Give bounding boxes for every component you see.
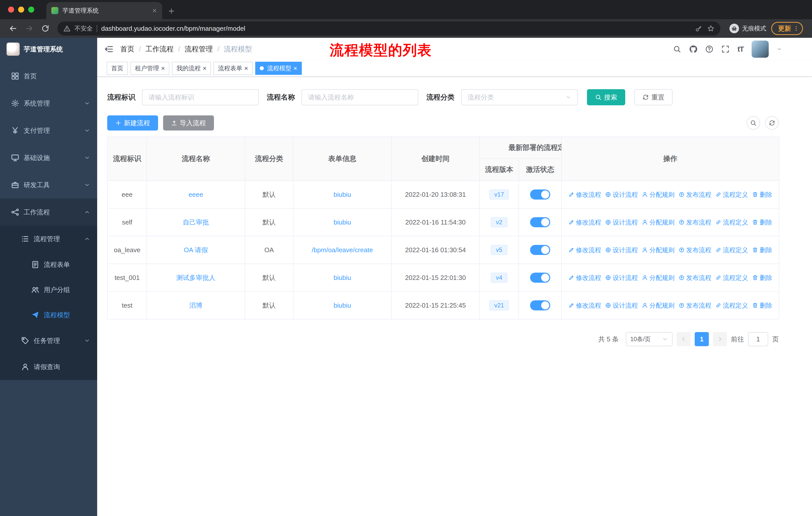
reload-icon[interactable] [41,24,49,32]
sidebar-item-home[interactable]: 首页 [0,62,97,90]
action-edit-link[interactable]: 修改流程 [568,301,601,310]
process-name-link[interactable]: OA 请假 [184,246,208,254]
sidebar-item-devtools[interactable]: 研发工具 [0,171,97,198]
sidebar-item-infra[interactable]: 基础设施 [0,144,97,171]
action-assign-rule-link[interactable]: 分配规则 [642,274,674,282]
action-design-link[interactable]: 设计流程 [605,246,638,254]
sidebar-item-user-group[interactable]: 用户分组 [0,277,97,302]
page-size-select[interactable]: 10条/页 [626,332,672,346]
action-edit-link[interactable]: 修改流程 [568,218,601,226]
tag-process-form[interactable]: 流程表单 × [213,62,253,75]
version-badge[interactable]: v5 [491,245,507,255]
process-name-link[interactable]: 测试多审批人 [176,274,215,281]
active-toggle[interactable] [530,273,550,283]
help-icon[interactable] [705,45,713,53]
action-definition-link[interactable]: 流程定义 [715,301,748,310]
action-edit-link[interactable]: 修改流程 [568,246,601,254]
toggle-search-button[interactable] [747,116,760,130]
password-key-icon[interactable] [695,25,702,32]
action-definition-link[interactable]: 流程定义 [715,246,748,254]
fullscreen-icon[interactable] [721,45,729,53]
tag-home[interactable]: 首页 [107,62,128,75]
refresh-table-button[interactable] [765,116,779,130]
prev-page-button[interactable] [676,332,691,346]
action-delete-link[interactable]: 删除 [752,218,772,226]
action-publish-link[interactable]: 发布流程 [678,274,711,282]
window-close-button[interactable] [8,6,14,12]
action-assign-rule-link[interactable]: 分配规则 [642,190,674,199]
action-publish-link[interactable]: 发布流程 [678,190,711,199]
form-link[interactable]: biubiu [334,191,351,198]
filter-id-input[interactable] [142,89,259,105]
action-design-link[interactable]: 设计流程 [605,190,638,199]
action-assign-rule-link[interactable]: 分配规则 [642,246,674,254]
security-warning-icon[interactable] [63,25,70,32]
version-badge[interactable]: v2 [491,217,507,227]
action-edit-link[interactable]: 修改流程 [568,190,601,199]
filter-category-select[interactable]: 流程分类 [461,89,578,105]
sidebar-item-task-mgmt[interactable]: 任务管理 [0,328,97,354]
action-delete-link[interactable]: 删除 [752,246,772,254]
browser-menu-icon[interactable] [793,25,799,31]
tag-close-icon[interactable]: × [203,65,206,72]
action-assign-rule-link[interactable]: 分配规则 [642,218,674,226]
forward-icon[interactable] [25,24,33,32]
back-icon[interactable] [9,24,17,32]
action-definition-link[interactable]: 流程定义 [715,190,748,199]
form-link[interactable]: biubiu [334,218,351,226]
active-toggle[interactable] [530,217,550,227]
search-icon[interactable] [673,45,681,53]
new-tab-button[interactable] [168,6,175,15]
update-button[interactable]: 更新 [771,22,803,35]
action-definition-link[interactable]: 流程定义 [715,218,748,226]
breadcrumb-workflow[interactable]: 工作流程 [145,44,174,54]
version-badge[interactable]: v21 [489,300,509,310]
sidebar-item-process-mgmt[interactable]: 流程管理 [0,226,97,252]
goto-page-input[interactable] [748,332,768,346]
active-toggle[interactable] [530,189,550,199]
sidebar-item-payment[interactable]: 支付管理 [0,117,97,144]
window-zoom-button[interactable] [28,6,34,12]
page-number-button[interactable]: 1 [695,332,709,346]
sidebar-item-workflow[interactable]: 工作流程 [0,198,97,226]
action-publish-link[interactable]: 发布流程 [678,301,711,310]
sidebar-item-process-model[interactable]: 流程模型 [0,302,97,328]
next-page-button[interactable] [713,332,727,346]
version-badge[interactable]: v17 [489,189,509,199]
process-name-link[interactable]: 滔博 [189,302,202,309]
action-assign-rule-link[interactable]: 分配规则 [642,301,674,310]
create-process-button[interactable]: 新建流程 [107,115,158,131]
avatar-caret-icon[interactable] [777,47,782,52]
font-size-icon[interactable]: tT [737,45,744,53]
breadcrumb-home[interactable]: 首页 [120,44,135,54]
tag-process-model[interactable]: 流程模型 × [255,62,302,75]
process-name-link[interactable]: 自己审批 [183,218,209,226]
sidebar-logo[interactable]: 芋道管理系统 [0,38,97,60]
window-minimize-button[interactable] [18,6,24,12]
process-name-link[interactable]: eeee [188,191,203,198]
form-link[interactable]: biubiu [334,302,351,309]
filter-name-input[interactable] [301,89,418,105]
action-publish-link[interactable]: 发布流程 [678,246,711,254]
tag-my-process[interactable]: 我的流程 × [172,62,211,75]
sidebar-item-system[interactable]: 系统管理 [0,90,97,117]
action-publish-link[interactable]: 发布流程 [678,218,711,226]
reset-button[interactable]: 重置 [634,89,672,105]
bookmark-star-icon[interactable] [707,25,714,32]
action-edit-link[interactable]: 修改流程 [568,274,601,282]
action-delete-link[interactable]: 删除 [752,301,772,310]
tag-tenant-mgmt[interactable]: 租户管理 × [130,62,169,75]
tag-close-icon[interactable]: × [244,65,248,72]
action-delete-link[interactable]: 删除 [752,274,772,282]
action-delete-link[interactable]: 删除 [752,190,772,199]
sidebar-toggle-icon[interactable] [104,45,113,54]
action-design-link[interactable]: 设计流程 [605,274,638,282]
user-avatar[interactable] [752,40,769,58]
browser-tab[interactable]: 芋道管理系统 [46,2,162,19]
tag-close-icon[interactable]: × [293,65,297,72]
address-bar[interactable]: 不安全 dashboard.yudao.iocoder.cn/bpm/manag… [57,21,720,35]
action-design-link[interactable]: 设计流程 [605,218,638,226]
tab-close-icon[interactable] [152,8,157,13]
form-link[interactable]: /bpm/oa/leave/create [312,246,373,254]
import-process-button[interactable]: 导入流程 [163,115,214,131]
